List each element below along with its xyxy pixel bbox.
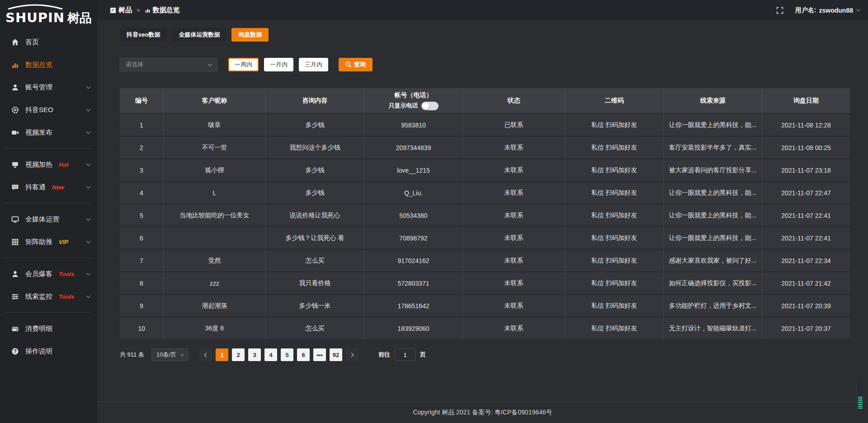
cell-no: 9 [120, 295, 164, 316]
search-button-label: 查询 [354, 61, 366, 69]
gear-icon [11, 106, 19, 114]
goto-page-input[interactable] [395, 348, 415, 361]
sidebar-item-matrix-boost[interactable]: 矩阵助推 VIP [0, 230, 97, 253]
range-button-quarter[interactable]: 三月内 [299, 58, 328, 71]
cell-qrcode-link[interactable]: 私信 扫码加好友 [565, 182, 664, 203]
search-button[interactable]: 查询 [339, 58, 373, 71]
bar-chart-icon [11, 61, 19, 69]
user-menu[interactable]: 用户名: zswodun88 [795, 6, 860, 14]
cell-source-link[interactable]: 让你一眼就爱上的黑科技，能... [664, 114, 762, 136]
cell-content: 我只看价格 [266, 273, 364, 294]
sidebar-item-label: 首页 [25, 38, 39, 47]
sidebar-item-douketong[interactable]: 抖客通 New [0, 176, 97, 198]
cell-source-link[interactable]: 让你一眼就爱上的黑科技，能... [664, 205, 762, 226]
sidebar-item-account-management[interactable]: 账号管理 [0, 76, 97, 99]
cell-nickname: 觉然 [164, 250, 266, 271]
cell-source-link[interactable]: 如何正确选择投影仪，买投影... [664, 273, 762, 294]
cell-no: 4 [120, 182, 164, 203]
page-button-3[interactable]: 3 [248, 348, 261, 361]
cell-content: 多少钱 [266, 182, 364, 203]
tab-douyin-seo-data[interactable]: 抖音seo数据 [120, 28, 167, 42]
vip-badge: VIP [59, 239, 68, 245]
cell-no: 3 [120, 160, 164, 181]
sidebar-item-video-publish[interactable]: 视频发布 [0, 121, 97, 144]
cell-source-link[interactable]: 多功能护栏灯，适用于乡村文... [664, 295, 762, 316]
cell-content: 多少钱一米 [266, 295, 364, 316]
table-row: 10 36度 8 怎么买 183929060 未联系 私信 扫码加好友 无主灯设… [120, 318, 850, 339]
cell-source-link[interactable]: 被大家追着问的客厅投影分享... [664, 160, 762, 181]
sidebar-item-lead-monitor[interactable]: 线索监控 Tools [0, 285, 97, 308]
page-button-92[interactable]: 92 [330, 348, 342, 361]
page-button-4[interactable]: 4 [264, 348, 277, 361]
range-button-month[interactable]: 一月内 [264, 58, 293, 71]
cell-qrcode-link[interactable]: 私信 扫码加好友 [565, 273, 664, 294]
phone-only-toggle[interactable] [421, 102, 439, 110]
cell-source-link[interactable]: 让你一眼就爱上的黑科技，能... [664, 182, 762, 203]
cell-qrcode-link[interactable]: 私信 扫码加好友 [565, 227, 664, 249]
data-tabs: 抖音seo数据 全媒体运营数据 询盘数据 [120, 28, 850, 42]
filter-select[interactable]: 请选择 [120, 58, 217, 71]
sidebar: SHUPIN树品 首页 数据总览 账号管理 抖音SEO [0, 0, 97, 423]
fullscreen-icon[interactable] [776, 7, 783, 14]
sidebar-item-label: 消费明细 [25, 324, 52, 333]
chevron-down-icon [86, 271, 91, 275]
cell-status: 未联系 [463, 295, 565, 316]
page-ellipsis-button[interactable]: ••• [313, 348, 326, 361]
sidebar-divider [5, 312, 93, 313]
sidebar-divider [5, 258, 93, 258]
cell-content: 怎么买 [266, 318, 364, 339]
col-header-content: 咨询内容 [266, 88, 364, 113]
sidebar-item-video-heat[interactable]: 视频加热 Hot [0, 153, 97, 176]
cell-source-link[interactable]: 无主灯设计，智能磁吸轨道灯... [664, 318, 762, 339]
page-button-2[interactable]: 2 [232, 348, 245, 361]
cell-qrcode-link[interactable]: 私信 扫码加好友 [565, 114, 664, 136]
sidebar-item-instructions[interactable]: ? 操作说明 [0, 340, 97, 362]
video-camera-icon [11, 128, 19, 136]
sidebar-item-member-burst[interactable]: 会员爆客 Tools [0, 263, 97, 285]
range-button-week[interactable]: 一周内 [228, 58, 259, 71]
cell-no: 10 [120, 318, 164, 339]
cell-qrcode-link[interactable]: 私信 扫码加好友 [565, 318, 664, 339]
chevron-down-icon [208, 61, 212, 66]
sidebar-item-label: 矩阵助推 [25, 238, 52, 246]
page-size-select[interactable]: 10条/页 [151, 348, 189, 361]
prev-page-button[interactable] [199, 348, 212, 361]
table-row: 5 当地比较能吃的一位美女 说说价格让我死心 50534380 未联系 私信 扫… [120, 205, 850, 226]
page-button-5[interactable]: 5 [281, 348, 293, 361]
cell-account: 178651642 [364, 295, 463, 316]
cell-status: 未联系 [463, 205, 565, 226]
goto-label: 前往 [378, 351, 390, 359]
scroll-minimap-widget[interactable] [857, 382, 863, 410]
tab-media-operation-data[interactable]: 全媒体运营数据 [172, 28, 226, 42]
sidebar-item-label: 账号管理 [25, 83, 52, 92]
next-page-button[interactable] [346, 348, 359, 361]
sidebar-item-consumption-detail[interactable]: 消费明细 [0, 317, 97, 340]
username-label: 用户名: [795, 6, 816, 14]
sidebar-item-home[interactable]: 首页 [0, 31, 97, 53]
cell-status: 已联系 [463, 114, 565, 136]
cell-qrcode-link[interactable]: 私信 扫码加好友 [565, 137, 664, 158]
breadcrumb-root[interactable]: 树品 [118, 6, 132, 14]
cell-qrcode-link[interactable]: 私信 扫码加好友 [565, 250, 664, 271]
sidebar-item-label: 抖音SEO [25, 106, 53, 114]
cell-date: 2021-11-08 00:25 [762, 137, 850, 158]
cell-nickname: 不可一世 [164, 137, 266, 158]
sidebar-item-media-operation[interactable]: 全媒体运营 [0, 208, 97, 230]
page-button-1[interactable]: 1 [216, 348, 228, 361]
cell-qrcode-link[interactable]: 私信 扫码加好友 [565, 295, 664, 316]
new-badge: New [52, 184, 64, 191]
cell-source-link[interactable]: 客厅安装投影半年多了，真实... [664, 137, 762, 158]
cell-source-link[interactable]: 感谢大家喜欢我家，被问了好... [664, 250, 762, 271]
app-logo[interactable]: SHUPIN树品 [0, 3, 97, 31]
sidebar-item-douyin-seo[interactable]: 抖音SEO [0, 99, 97, 121]
sidebar-item-data-overview[interactable]: 数据总览 [0, 53, 97, 76]
cell-qrcode-link[interactable]: 私信 扫码加好友 [565, 160, 664, 181]
tab-inquiry-data[interactable]: 询盘数据 [231, 28, 269, 42]
table-row: 4 L 多少钱 Q_Liu. 未联系 私信 扫码加好友 让你一眼就爱上的黑科技，… [120, 182, 850, 203]
cell-nickname: 啵章 [164, 114, 266, 136]
page-button-6[interactable]: 6 [297, 348, 310, 361]
user-icon [11, 83, 19, 91]
cell-qrcode-link[interactable]: 私信 扫码加好友 [565, 205, 664, 226]
cell-source-link[interactable]: 让你一眼就爱上的黑科技，能... [664, 227, 762, 249]
cell-no: 6 [120, 227, 164, 249]
